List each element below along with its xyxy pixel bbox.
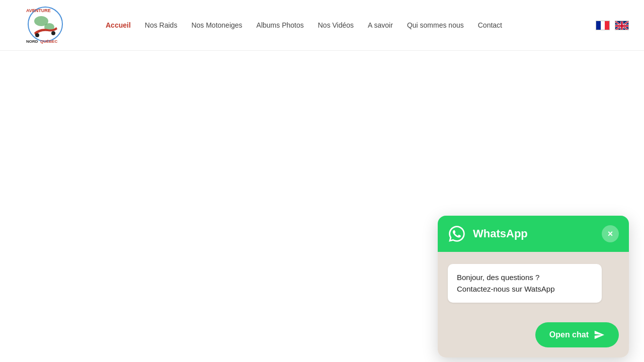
main-content: WhatsApp × Bonjour, des questions ? Cont… <box>0 51 644 362</box>
whatsapp-icon <box>448 225 466 243</box>
nav-item-videos[interactable]: Nos Vidéos <box>318 21 354 30</box>
svg-text:NORD: NORD <box>26 39 38 44</box>
nav-links: Accueil Nos Raids Nos Motoneiges Albums … <box>106 21 502 30</box>
svg-text:QUÉBEC: QUÉBEC <box>40 39 57 44</box>
svg-point-4 <box>51 31 55 35</box>
whatsapp-footer: Open chat <box>438 317 629 357</box>
whatsapp-title: WhatsApp <box>473 227 595 240</box>
svg-point-3 <box>35 33 39 37</box>
french-flag[interactable] <box>596 21 610 30</box>
open-chat-label: Open chat <box>549 330 589 339</box>
whatsapp-message-line2: Contactez-nous sur WatsApp <box>457 284 593 295</box>
english-flag[interactable] <box>615 21 629 30</box>
nav-item-raids[interactable]: Nos Raids <box>145 21 178 30</box>
svg-text:AVENTURE: AVENTURE <box>26 8 51 13</box>
whatsapp-close-button[interactable]: × <box>602 225 619 242</box>
navbar: AVENTURE NORD QUÉBEC Accueil Nos Raids N… <box>0 0 644 51</box>
nav-item-savoir[interactable]: A savoir <box>368 21 393 30</box>
whatsapp-body: Bonjour, des questions ? Contactez-nous … <box>438 252 629 317</box>
nav-item-accueil[interactable]: Accueil <box>106 21 131 30</box>
whatsapp-header: WhatsApp × <box>438 216 629 252</box>
whatsapp-message-line1: Bonjour, des questions ? <box>457 272 593 284</box>
send-icon <box>594 329 605 340</box>
whatsapp-message-bubble: Bonjour, des questions ? Contactez-nous … <box>448 264 602 303</box>
whatsapp-widget: WhatsApp × Bonjour, des questions ? Cont… <box>438 216 629 357</box>
nav-item-motoneiges[interactable]: Nos Motoneiges <box>191 21 242 30</box>
nav-item-contact[interactable]: Contact <box>478 21 502 30</box>
nav-item-albums[interactable]: Albums Photos <box>257 21 304 30</box>
open-chat-button[interactable]: Open chat <box>535 322 619 347</box>
site-logo[interactable]: AVENTURE NORD QUÉBEC <box>15 5 75 45</box>
language-flags <box>596 21 629 30</box>
nav-item-qui[interactable]: Qui sommes nous <box>407 21 464 30</box>
